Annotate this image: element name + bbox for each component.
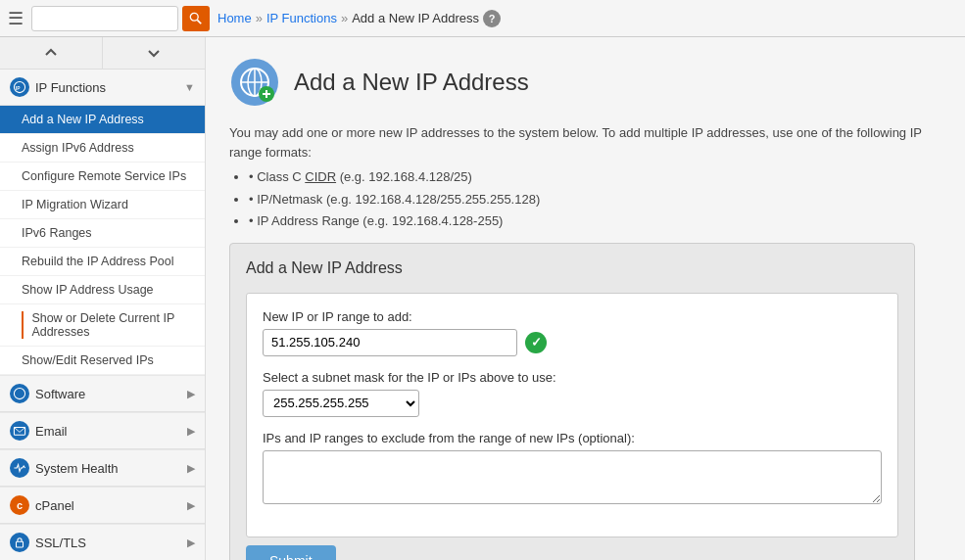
cpanel-arrow: ▶ — [187, 499, 195, 512]
email-arrow: ▶ — [187, 425, 195, 438]
sidebar-header-email[interactable]: Email ▶ — [0, 413, 205, 449]
email-svg — [13, 424, 26, 438]
ip-input[interactable] — [263, 329, 517, 356]
ssl-tls-label: SSL/TLS — [35, 536, 187, 550]
sidebar-header-ssl-tls[interactable]: SSL/TLS ▶ — [0, 525, 205, 560]
show-delete-label: Show or Delete Current IP Addresses — [31, 311, 193, 339]
subnet-field-group: Select a subnet mask for the IP or IPs a… — [263, 370, 882, 417]
sidebar-item-add-new-ip[interactable]: Add a New IP Address — [0, 106, 205, 134]
format-list: • Class C CIDR (e.g. 192.168.4.128/25) •… — [249, 167, 941, 231]
cpanel-label: cPanel — [35, 498, 187, 513]
form-card: Add a New IP Address New IP or IP range … — [229, 243, 915, 561]
orange-bar — [22, 311, 24, 339]
health-svg — [13, 461, 26, 475]
system-health-icon — [10, 458, 29, 478]
svg-point-0 — [190, 13, 198, 21]
nav-back-button[interactable] — [0, 37, 103, 69]
help-icon[interactable]: ? — [483, 10, 501, 27]
exclude-textarea[interactable] — [263, 450, 882, 504]
ip-functions-arrow: ▼ — [184, 81, 195, 93]
system-health-label: System Health — [35, 461, 187, 476]
sidebar-header-system-health[interactable]: System Health ▶ — [0, 450, 205, 487]
ip-functions-icon: IP — [10, 77, 29, 97]
content-area: Add a New IP Address You may add one or … — [206, 37, 965, 560]
search-icon — [189, 12, 203, 25]
show-edit-label: Show/Edit Reserved IPs — [22, 353, 154, 367]
ip-input-row: ✓ — [263, 329, 882, 356]
ip-icon: IP — [13, 80, 26, 94]
sidebar-item-assign-ipv6[interactable]: Assign IPv6 Address — [0, 134, 205, 163]
description: You may add one or more new IP addresses… — [229, 123, 941, 231]
breadcrumb-home[interactable]: Home — [217, 11, 252, 25]
rebuild-pool-label: Rebuild the IP Address Pool — [22, 255, 173, 268]
subnet-field-label: Select a subnet mask for the IP or IPs a… — [263, 370, 882, 385]
sidebar-item-ip-migration[interactable]: IP Migration Wizard — [0, 191, 205, 219]
ipv6-ranges-label: IPv6 Ranges — [22, 226, 92, 240]
sidebar-header-cpanel[interactable]: c cPanel ▶ — [0, 488, 205, 524]
form-inner: New IP or IP range to add: ✓ Select a su… — [246, 293, 898, 537]
format-cidr: • Class C CIDR (e.g. 192.168.4.128/25) — [249, 167, 941, 187]
breadcrumb: Home » IP Functions » Add a New IP Addre… — [217, 10, 501, 27]
ssl-tls-arrow: ▶ — [187, 537, 195, 549]
sidebar-section-software: Software ▶ — [0, 376, 205, 413]
ip-field-group: New IP or IP range to add: ✓ — [263, 309, 882, 356]
add-new-ip-label: Add a New IP Address — [22, 113, 144, 126]
search-area — [31, 6, 210, 31]
svg-point-4 — [14, 388, 24, 398]
chevron-up-icon — [43, 45, 59, 61]
search-input[interactable] — [31, 6, 178, 31]
sidebar-header-ip-functions[interactable]: IP IP Functions ▼ — [0, 70, 205, 106]
email-icon — [10, 421, 29, 441]
ip-migration-label: IP Migration Wizard — [22, 198, 128, 211]
sidebar-header-software[interactable]: Software ▶ — [0, 376, 205, 412]
sidebar: IP IP Functions ▼ Add a New IP Address A… — [0, 37, 206, 560]
assign-ipv6-label: Assign IPv6 Address — [22, 141, 134, 155]
nav-forward-button[interactable] — [103, 37, 205, 69]
chevron-down-icon — [146, 45, 162, 61]
sidebar-item-configure-remote[interactable]: Configure Remote Service IPs — [0, 163, 205, 191]
search-button[interactable] — [182, 6, 210, 31]
ssl-icon — [10, 533, 29, 552]
lock-svg — [13, 536, 26, 549]
sidebar-item-show-delete[interactable]: Show or Delete Current IP Addresses — [0, 304, 205, 347]
svg-line-1 — [197, 20, 201, 23]
ip-functions-items: Add a New IP Address Assign IPv6 Address… — [0, 106, 205, 375]
cpanel-icon: c — [10, 495, 29, 515]
configure-remote-label: Configure Remote Service IPs — [22, 169, 186, 183]
sidebar-section-ip-functions: IP IP Functions ▼ Add a New IP Address A… — [0, 70, 205, 376]
format-range: • IP Address Range (e.g. 192.168.4.128-2… — [249, 211, 941, 231]
ip-field-label: New IP or IP range to add: — [263, 309, 882, 324]
breadcrumb-section[interactable]: IP Functions — [266, 11, 337, 25]
form-card-title: Add a New IP Address — [246, 259, 898, 277]
sidebar-item-show-edit[interactable]: Show/Edit Reserved IPs — [0, 347, 205, 375]
sidebar-section-system-health: System Health ▶ — [0, 450, 205, 488]
page-title: Add a New IP Address — [294, 69, 529, 96]
system-health-arrow: ▶ — [187, 462, 195, 475]
sidebar-section-ssl-tls: SSL/TLS ▶ — [0, 525, 205, 560]
breadcrumb-sep2: » — [341, 11, 348, 25]
software-label: Software — [35, 387, 187, 401]
main-layout: IP IP Functions ▼ Add a New IP Address A… — [0, 37, 965, 560]
subnet-select-row: 255.255.255.255 255.255.255.0 255.255.0.… — [263, 390, 882, 417]
software-arrow: ▶ — [187, 388, 195, 400]
breadcrumb-current: Add a New IP Address — [352, 11, 479, 25]
subnet-select[interactable]: 255.255.255.255 255.255.255.0 255.255.0.… — [263, 390, 419, 417]
menu-icon[interactable]: ☰ — [8, 8, 24, 29]
email-label: Email — [35, 424, 187, 439]
sidebar-item-rebuild-pool[interactable]: Rebuild the IP Address Pool — [0, 248, 205, 276]
sidebar-nav — [0, 37, 205, 70]
valid-icon: ✓ — [525, 332, 547, 353]
software-icon — [10, 384, 29, 403]
svg-text:IP: IP — [16, 86, 21, 91]
sidebar-item-ipv6-ranges[interactable]: IPv6 Ranges — [0, 219, 205, 248]
show-usage-label: Show IP Address Usage — [22, 283, 154, 297]
breadcrumb-sep1: » — [256, 11, 263, 25]
top-bar: ☰ Home » IP Functions » Add a New IP Add… — [0, 0, 965, 37]
svg-rect-6 — [17, 541, 24, 547]
format-netmask: • IP/Netmask (e.g. 192.168.4.128/255.255… — [249, 190, 941, 210]
sidebar-section-email: Email ▶ — [0, 413, 205, 450]
submit-button[interactable]: Submit — [246, 545, 336, 561]
exclude-field-group: IPs and IP ranges to exclude from the ra… — [263, 431, 882, 507]
sidebar-item-show-usage[interactable]: Show IP Address Usage — [0, 276, 205, 304]
ip-functions-label: IP Functions — [35, 80, 184, 95]
